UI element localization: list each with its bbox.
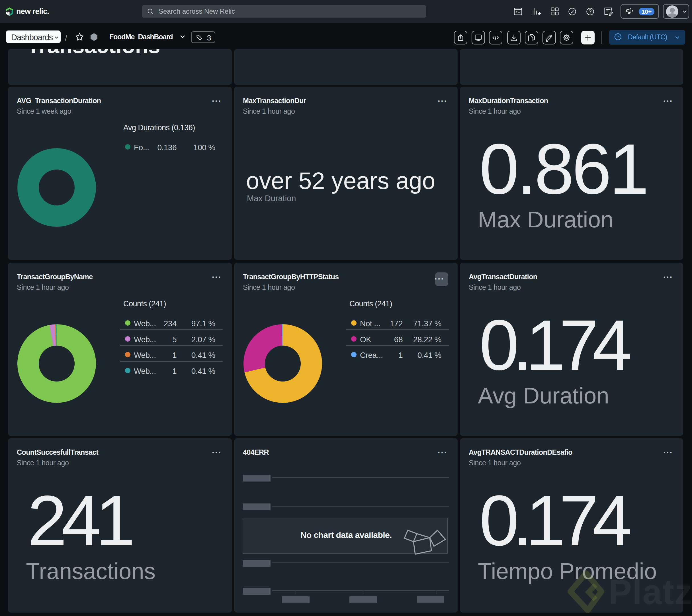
svg-text:Platzi: Platzi [609,573,692,612]
